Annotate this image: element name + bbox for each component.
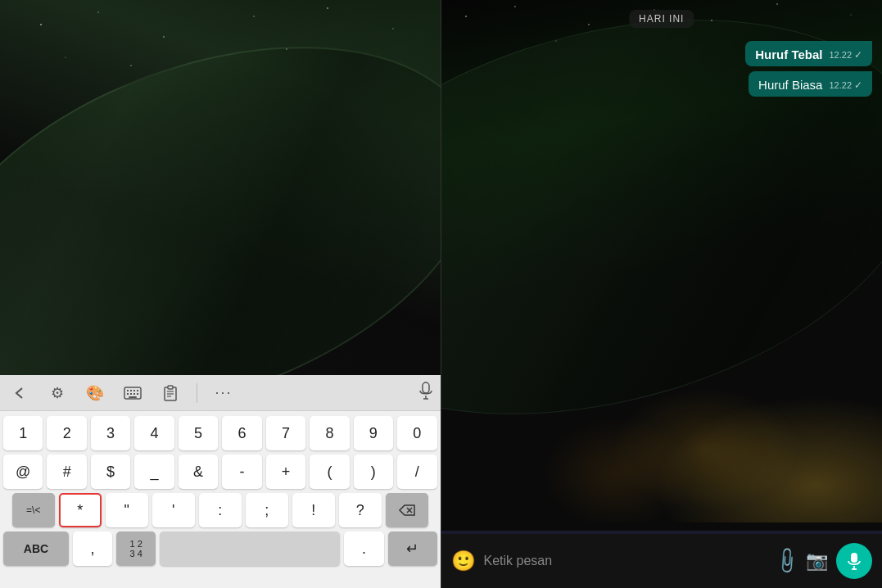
key-open-paren[interactable]: ( [310,455,349,489]
messages-area: Huruf Tebal 12.22 ✓ Huruf Biasa 12.22 ✓ [745,41,872,97]
message-time-2: 12.22 [829,80,852,90]
svg-rect-14 [137,390,138,391]
city-lights-right [441,277,883,522]
palette-button[interactable]: 🎨 [84,382,106,405]
mic-toolbar-button[interactable] [419,382,432,405]
key-asterisk[interactable]: * [59,493,102,527]
back-key-button[interactable] [8,382,31,405]
key-colon[interactable]: : [199,493,242,527]
key-question[interactable]: ? [339,493,382,527]
more-options-button[interactable]: ··· [212,382,235,405]
key-ampersand[interactable]: & [179,455,218,489]
keyboard-rows: 1 2 3 4 5 6 7 8 9 0 @ # $ _ & - + ( [0,411,441,571]
svg-rect-19 [129,396,137,398]
right-panel: HARI INI Huruf Tebal 12.22 ✓ Huruf Biasa… [441,0,883,588]
key-5[interactable]: 5 [179,416,218,450]
key-2[interactable]: 2 [47,416,86,450]
mic-icon-right [847,552,862,570]
svg-rect-25 [423,382,429,393]
symbol-row: @ # $ _ & - + ( ) / [3,455,437,489]
attach-icon-right[interactable]: 📎 [771,545,802,576]
svg-rect-21 [168,386,173,389]
message-bubble-2: Huruf Biasa 12.22 ✓ [749,71,872,97]
key-numbers-12[interactable]: 1 23 4 [116,531,156,566]
mic-button-right[interactable] [836,543,872,579]
key-dollar[interactable]: $ [91,455,130,489]
key-hash[interactable]: # [47,455,86,489]
emoji-button-right[interactable]: 🙂 [451,550,476,572]
svg-rect-17 [133,393,135,395]
key-at[interactable]: @ [3,455,43,489]
key-7[interactable]: 7 [266,416,305,450]
dots-icon: ··· [215,384,232,401]
key-6[interactable]: 6 [222,416,261,450]
settings-button[interactable]: ⚙ [46,382,69,405]
number-row: 1 2 3 4 5 6 7 8 9 0 [3,416,437,450]
svg-rect-18 [137,393,138,395]
clipboard-button[interactable] [159,382,182,405]
message-text-1: Huruf Tebal [755,47,822,61]
back-arrow-icon [11,385,28,401]
key-8[interactable]: 8 [310,416,349,450]
key-1[interactable]: 1 [3,416,43,450]
key-backspace[interactable] [386,493,428,527]
svg-rect-11 [127,390,129,391]
date-label: HARI INI [629,10,694,28]
key-4[interactable]: 4 [134,416,174,450]
gear-icon: ⚙ [51,384,64,402]
left-panel: 🙂 * * 📎 ⚙ 🎨 [0,0,441,588]
key-space[interactable] [160,531,340,566]
key-close-paren[interactable]: ) [354,455,393,489]
message-check-1: ✓ [854,49,862,61]
svg-rect-13 [133,390,135,391]
message-time-1: 12.22 [829,50,852,60]
svg-rect-15 [127,393,129,395]
key-slash[interactable]: / [397,455,436,489]
svg-rect-16 [130,393,132,395]
keyboard-area: ⚙ 🎨 [0,375,441,588]
key-9[interactable]: 9 [354,416,393,450]
keyboard-icon [124,387,142,400]
key-enter[interactable]: ↵ [388,531,437,566]
key-exclaim[interactable]: ! [292,493,335,527]
mic-toolbar-icon [419,382,432,400]
key-abc[interactable]: ABC [3,531,69,566]
keyboard-toolbar: ⚙ 🎨 [0,375,441,411]
bottom-input-right: 🙂 Ketik pesan 📎 📷 [441,534,883,588]
key-comma[interactable]: , [73,531,112,566]
svg-rect-12 [130,390,132,391]
backspace-icon [398,504,416,517]
key-plus[interactable]: + [266,455,305,489]
message-input-placeholder-right[interactable]: Ketik pesan [484,554,768,568]
key-equals-backslash[interactable]: =\< [12,493,55,527]
message-meta-2: 12.22 ✓ [829,79,862,91]
key-0[interactable]: 0 [397,416,436,450]
message-bubble-1: Huruf Tebal 12.22 ✓ [745,41,872,66]
key-3[interactable]: 3 [91,416,130,450]
key-quote[interactable]: " [106,493,148,527]
camera-icon-right[interactable]: 📷 [806,550,828,572]
keyboard-button[interactable] [121,382,144,405]
special-row: =\< * " ' : ; ! ? [3,493,437,527]
message-meta-1: 12.22 ✓ [829,49,862,61]
clipboard-icon [163,385,178,401]
key-semicolon[interactable]: ; [246,493,288,527]
key-period[interactable]: . [344,531,383,566]
key-apostrophe[interactable]: ' [152,493,195,527]
key-minus[interactable]: - [222,455,261,489]
toolbar-divider [197,383,197,403]
message-text-2: Huruf Biasa [758,78,822,92]
message-check-2: ✓ [854,79,862,91]
key-underscore[interactable]: _ [134,455,174,489]
palette-icon: 🎨 [86,384,104,402]
svg-rect-38 [851,553,857,563]
bottom-row: ABC , 1 23 4 . ↵ [3,531,437,566]
